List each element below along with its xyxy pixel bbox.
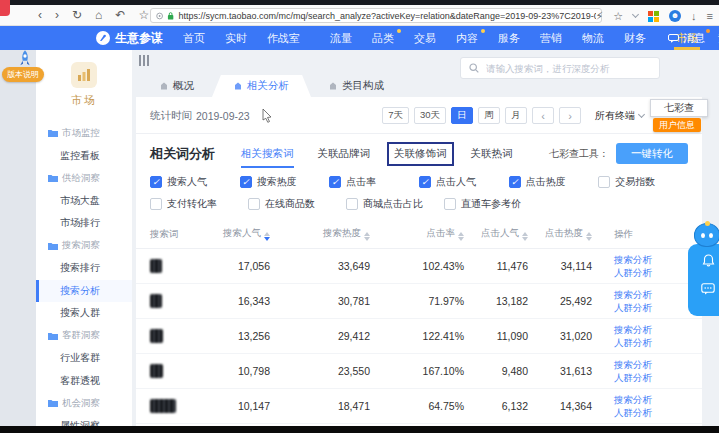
sort-icon[interactable] xyxy=(522,232,528,241)
metric-ztc-reference-price[interactable]: 直通车参考价 xyxy=(444,197,542,211)
subtab-related-search-words[interactable]: 相关搜索词 xyxy=(241,147,294,161)
reload-icon[interactable]: ↻ xyxy=(72,9,82,21)
range-7d-button[interactable]: 7天 xyxy=(382,107,409,124)
tab-category-composition[interactable]: 类目构成 xyxy=(311,75,402,97)
col-search-heat[interactable]: 搜索热度 xyxy=(270,219,370,249)
menu-icon[interactable]: ≡ xyxy=(707,11,713,22)
sort-icon[interactable] xyxy=(364,232,370,241)
col-search-popularity[interactable]: 搜索人气 xyxy=(208,219,270,249)
checkbox-unchecked-icon[interactable] xyxy=(248,198,260,210)
history-icon[interactable]: ↶ xyxy=(115,9,125,21)
checkbox-unchecked-icon[interactable] xyxy=(598,176,610,188)
sidebar-group-customer-insight[interactable]: 客群洞察 xyxy=(36,325,132,348)
subtab-modifier-words[interactable]: 关联修饰词 xyxy=(387,142,454,166)
sidebar-group-search-insight[interactable]: 搜索洞察 xyxy=(36,235,132,258)
nav-item-content[interactable]: 内容 xyxy=(446,26,488,50)
userinfo-float-button[interactable]: 用户信息 xyxy=(653,118,701,132)
nav-item-traffic[interactable]: 流量 xyxy=(320,26,362,50)
sidebar-group-opportunity-insight[interactable]: 机会洞察 xyxy=(36,392,132,415)
favorite-star-icon[interactable]: ☆ xyxy=(613,11,623,22)
download-icon[interactable]: ↓ xyxy=(691,11,697,22)
nav-item-category[interactable]: 品类 xyxy=(362,26,404,50)
back-icon[interactable]: ‹ xyxy=(38,9,42,21)
forward-icon[interactable]: › xyxy=(55,9,59,21)
nav-item-home[interactable]: 首页 xyxy=(173,26,215,50)
bookmark-star-icon[interactable]: ☆ xyxy=(138,9,149,21)
nav-item-realtime[interactable]: 实时 xyxy=(215,26,257,50)
nav-item-warroom[interactable]: 作战室 xyxy=(257,26,310,50)
range-day-button[interactable]: 日 xyxy=(451,107,473,124)
metric-click-popularity[interactable]: ✓点击人气 xyxy=(419,175,509,189)
sort-icon[interactable] xyxy=(264,232,270,241)
terminal-filter[interactable]: 所有终端 xyxy=(595,109,644,123)
prev-date-button[interactable]: ‹ xyxy=(532,107,554,124)
search-analysis-link[interactable]: 搜索分析 xyxy=(614,393,702,406)
sidebar-group-supply-insight[interactable]: 供给洞察 xyxy=(36,167,132,190)
nav-item-finance[interactable]: 财务 xyxy=(614,26,656,50)
mascot-icon[interactable] xyxy=(694,223,719,247)
range-30d-button[interactable]: 30天 xyxy=(414,107,446,124)
nav-item-logistics[interactable]: 物流 xyxy=(572,26,614,50)
checkbox-unchecked-icon[interactable] xyxy=(444,198,456,210)
brand[interactable]: 生意参谋 xyxy=(96,30,163,47)
sidebar-item-market-ranking[interactable]: 市场排行 xyxy=(36,212,132,235)
keyword-search-box[interactable] xyxy=(460,57,660,79)
col-click-heat[interactable]: 点击热度 xyxy=(528,219,592,249)
one-key-convert-button[interactable]: 一键转化 xyxy=(616,143,688,164)
metric-pay-conversion[interactable]: 支付转化率 xyxy=(150,197,248,211)
subtab-brand-words[interactable]: 关联品牌词 xyxy=(318,147,371,161)
sidebar-group-market-monitor[interactable]: 市场监控 xyxy=(36,122,132,145)
flash-icon[interactable]: ⚡ xyxy=(595,11,603,22)
sidebar-item-search-crowd[interactable]: 搜索人群 xyxy=(36,302,132,325)
checkbox-checked-icon[interactable]: ✓ xyxy=(329,176,341,188)
crowd-analysis-link[interactable]: 人群分析 xyxy=(614,406,702,419)
nav-item-marketing[interactable]: 营销 xyxy=(530,26,572,50)
tab-relation-analysis[interactable]: 相关分析 xyxy=(212,75,311,97)
home-icon[interactable]: ⌂ xyxy=(95,9,102,21)
apps-grid-icon[interactable] xyxy=(648,11,659,22)
subtab-hot-words[interactable]: 关联热词 xyxy=(471,147,513,161)
col-click-popularity[interactable]: 点击人气 xyxy=(464,219,528,249)
col-click-rate[interactable]: 点击率 xyxy=(370,219,464,249)
sort-icon[interactable] xyxy=(586,232,592,241)
sort-icon[interactable] xyxy=(458,232,464,241)
toolbar-chevron-icon[interactable] xyxy=(632,11,639,18)
metric-search-heat[interactable]: ✓搜索热度 xyxy=(240,175,330,189)
sidebar-item-customer-perspective[interactable]: 客群透视 xyxy=(36,370,132,393)
checkbox-checked-icon[interactable]: ✓ xyxy=(150,176,162,188)
crowd-analysis-link[interactable]: 人群分析 xyxy=(614,371,702,384)
messenger-icon[interactable]: ☻ xyxy=(669,10,681,22)
range-month-button[interactable]: 月 xyxy=(505,107,527,124)
metric-click-rate[interactable]: ✓点击率 xyxy=(329,175,419,189)
search-analysis-link[interactable]: 搜索分析 xyxy=(614,323,702,336)
checkbox-unchecked-icon[interactable] xyxy=(346,198,358,210)
stat-time-value[interactable]: 2019-09-23 xyxy=(196,110,250,122)
checkbox-checked-icon[interactable]: ✓ xyxy=(419,176,431,188)
metric-trade-index[interactable]: 交易指数 xyxy=(598,175,688,189)
sidebar-item-market-overview[interactable]: 市场大盘 xyxy=(36,190,132,213)
address-bar[interactable]: https://sycm.taobao.com/mc/mq/search_ana… xyxy=(150,8,602,23)
qicai-float-button[interactable]: 七彩查 xyxy=(650,99,708,117)
metric-mall-click-share[interactable]: 商城点击占比 xyxy=(346,197,444,211)
search-analysis-link[interactable]: 搜索分析 xyxy=(614,358,702,371)
nav-item-trade[interactable]: 交易 xyxy=(404,26,446,50)
bell-icon[interactable] xyxy=(702,254,715,267)
tab-overview[interactable]: 概况 xyxy=(142,75,212,97)
metric-click-heat[interactable]: ✓点击热度 xyxy=(509,175,599,189)
metric-search-popularity[interactable]: ✓搜索人气 xyxy=(150,175,240,189)
drag-handle-icon[interactable] xyxy=(139,55,149,66)
range-week-button[interactable]: 周 xyxy=(478,107,500,124)
metric-online-products[interactable]: 在线商品数 xyxy=(248,197,346,211)
checkbox-checked-icon[interactable]: ✓ xyxy=(509,176,521,188)
checkbox-checked-icon[interactable]: ✓ xyxy=(240,176,252,188)
sidebar-item-monitor-board[interactable]: 监控看板 xyxy=(36,145,132,168)
sidebar-item-search-ranking[interactable]: 搜索排行 xyxy=(36,257,132,280)
sidebar-item-industry-customers[interactable]: 行业客群 xyxy=(36,347,132,370)
version-badge[interactable]: 版本说明 xyxy=(2,67,44,82)
messages-entry[interactable]: 消息 xyxy=(668,26,705,50)
search-input[interactable] xyxy=(484,62,651,75)
chat-bubble-icon[interactable] xyxy=(701,283,715,295)
sidebar-item-search-analysis[interactable]: 搜索分析 xyxy=(36,280,132,303)
next-date-button[interactable]: › xyxy=(559,107,581,124)
nav-item-service[interactable]: 服务 xyxy=(488,26,530,50)
